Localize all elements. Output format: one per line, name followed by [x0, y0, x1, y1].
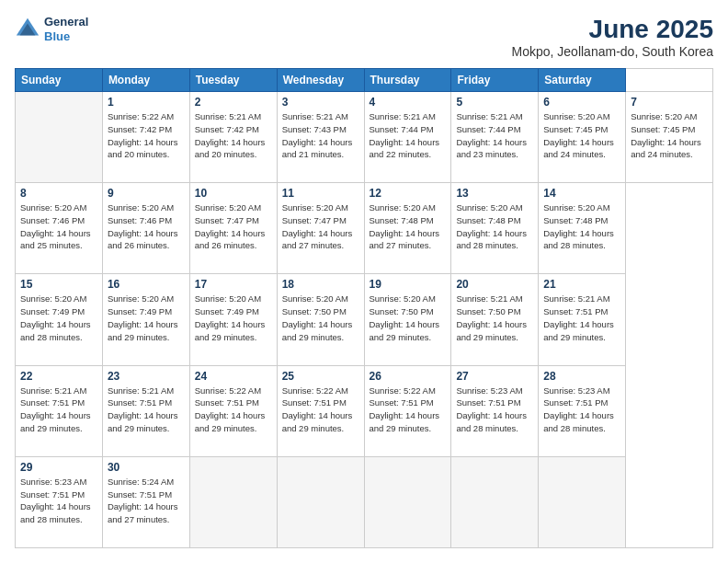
day-number: 20 — [456, 278, 533, 291]
title-block: June 2025 Mokpo, Jeollanam-do, South Kor… — [512, 15, 713, 59]
day-info: Sunrise: 5:21 AMSunset: 7:51 PMDaylight:… — [20, 385, 97, 435]
calendar-cell: 25Sunrise: 5:22 AMSunset: 7:51 PMDayligh… — [277, 365, 364, 456]
calendar-cell: 28Sunrise: 5:23 AMSunset: 7:51 PMDayligh… — [539, 365, 626, 456]
day-number: 13 — [456, 187, 533, 200]
day-number: 29 — [20, 461, 97, 474]
day-number: 5 — [456, 96, 533, 109]
calendar-cell: 11Sunrise: 5:20 AMSunset: 7:47 PMDayligh… — [277, 183, 364, 274]
calendar-header-monday: Monday — [102, 69, 189, 92]
calendar-cell: 21Sunrise: 5:21 AMSunset: 7:51 PMDayligh… — [539, 274, 626, 365]
calendar-cell — [277, 456, 364, 547]
calendar-cell: 2Sunrise: 5:21 AMSunset: 7:42 PMDaylight… — [189, 92, 277, 183]
calendar-cell: 10Sunrise: 5:20 AMSunset: 7:47 PMDayligh… — [189, 183, 277, 274]
day-info: Sunrise: 5:21 AMSunset: 7:44 PMDaylight:… — [370, 110, 447, 161]
day-info: Sunrise: 5:20 AMSunset: 7:49 PMDaylight:… — [20, 293, 97, 343]
day-number: 14 — [543, 187, 620, 200]
calendar-header-friday: Friday — [451, 69, 539, 92]
day-number: 28 — [543, 370, 620, 383]
day-info: Sunrise: 5:22 AMSunset: 7:51 PMDaylight:… — [370, 385, 447, 435]
calendar-cell: 22Sunrise: 5:21 AMSunset: 7:51 PMDayligh… — [16, 365, 103, 456]
calendar-cell: 6Sunrise: 5:20 AMSunset: 7:45 PMDaylight… — [539, 92, 626, 183]
day-info: Sunrise: 5:20 AMSunset: 7:50 PMDaylight:… — [282, 293, 359, 343]
calendar-cell — [539, 456, 626, 547]
day-info: Sunrise: 5:20 AMSunset: 7:50 PMDaylight:… — [370, 293, 447, 343]
day-info: Sunrise: 5:20 AMSunset: 7:45 PMDaylight:… — [631, 110, 708, 161]
day-info: Sunrise: 5:20 AMSunset: 7:45 PMDaylight:… — [543, 110, 620, 161]
day-info: Sunrise: 5:20 AMSunset: 7:47 PMDaylight:… — [195, 201, 272, 252]
calendar-cell: 18Sunrise: 5:20 AMSunset: 7:50 PMDayligh… — [277, 274, 364, 365]
calendar-cell: 30Sunrise: 5:24 AMSunset: 7:51 PMDayligh… — [102, 456, 189, 547]
day-number: 1 — [108, 96, 185, 109]
subtitle: Mokpo, Jeollanam-do, South Korea — [512, 44, 713, 59]
day-number: 21 — [543, 278, 620, 291]
day-info: Sunrise: 5:20 AMSunset: 7:49 PMDaylight:… — [108, 293, 185, 343]
calendar-cell: 14Sunrise: 5:20 AMSunset: 7:48 PMDayligh… — [539, 183, 626, 274]
calendar-week-4: 22Sunrise: 5:21 AMSunset: 7:51 PMDayligh… — [16, 365, 713, 456]
day-info: Sunrise: 5:20 AMSunset: 7:46 PMDaylight:… — [108, 201, 185, 252]
day-number: 9 — [108, 187, 185, 200]
day-info: Sunrise: 5:21 AMSunset: 7:51 PMDaylight:… — [543, 293, 620, 343]
day-number: 7 — [631, 96, 708, 109]
calendar-cell: 26Sunrise: 5:22 AMSunset: 7:51 PMDayligh… — [364, 365, 451, 456]
calendar-cell — [364, 456, 451, 547]
day-number: 15 — [20, 278, 97, 291]
day-info: Sunrise: 5:20 AMSunset: 7:48 PMDaylight:… — [370, 201, 447, 252]
logo-text: General Blue — [44, 15, 88, 43]
day-info: Sunrise: 5:20 AMSunset: 7:47 PMDaylight:… — [282, 201, 359, 252]
calendar-cell: 15Sunrise: 5:20 AMSunset: 7:49 PMDayligh… — [16, 274, 103, 365]
calendar-week-3: 15Sunrise: 5:20 AMSunset: 7:49 PMDayligh… — [16, 274, 713, 365]
calendar-cell: 12Sunrise: 5:20 AMSunset: 7:48 PMDayligh… — [364, 183, 451, 274]
day-number: 26 — [370, 370, 447, 383]
day-info: Sunrise: 5:23 AMSunset: 7:51 PMDaylight:… — [20, 476, 97, 526]
day-info: Sunrise: 5:21 AMSunset: 7:44 PMDaylight:… — [456, 110, 533, 161]
day-number: 16 — [108, 278, 185, 291]
calendar-cell — [189, 456, 277, 547]
day-number: 17 — [195, 278, 272, 291]
day-info: Sunrise: 5:22 AMSunset: 7:42 PMDaylight:… — [108, 110, 185, 161]
day-number: 23 — [108, 370, 185, 383]
calendar-cell: 27Sunrise: 5:23 AMSunset: 7:51 PMDayligh… — [451, 365, 539, 456]
day-info: Sunrise: 5:21 AMSunset: 7:51 PMDaylight:… — [108, 385, 185, 435]
page: General Blue June 2025 Mokpo, Jeollanam-… — [0, 0, 728, 563]
calendar-cell: 5Sunrise: 5:21 AMSunset: 7:44 PMDaylight… — [451, 92, 539, 183]
day-info: Sunrise: 5:21 AMSunset: 7:42 PMDaylight:… — [195, 110, 272, 161]
day-number: 25 — [282, 370, 359, 383]
calendar-cell — [451, 456, 539, 547]
calendar-header-tuesday: Tuesday — [189, 69, 277, 92]
calendar-week-5: 29Sunrise: 5:23 AMSunset: 7:51 PMDayligh… — [16, 456, 713, 547]
day-info: Sunrise: 5:20 AMSunset: 7:48 PMDaylight:… — [456, 201, 533, 252]
day-info: Sunrise: 5:23 AMSunset: 7:51 PMDaylight:… — [543, 385, 620, 435]
calendar-cell: 13Sunrise: 5:20 AMSunset: 7:48 PMDayligh… — [451, 183, 539, 274]
day-number: 27 — [456, 370, 533, 383]
day-number: 3 — [282, 96, 359, 109]
day-number: 19 — [370, 278, 447, 291]
calendar-header-sunday: Sunday — [16, 69, 103, 92]
day-info: Sunrise: 5:20 AMSunset: 7:46 PMDaylight:… — [20, 201, 97, 252]
calendar-header-saturday: Saturday — [539, 69, 626, 92]
day-info: Sunrise: 5:24 AMSunset: 7:51 PMDaylight:… — [108, 476, 185, 526]
header: General Blue June 2025 Mokpo, Jeollanam-… — [15, 15, 713, 59]
calendar-header-row: SundayMondayTuesdayWednesdayThursdayFrid… — [16, 69, 713, 92]
day-number: 24 — [195, 370, 272, 383]
day-number: 6 — [543, 96, 620, 109]
logo-icon — [15, 17, 40, 42]
day-number: 10 — [195, 187, 272, 200]
day-info: Sunrise: 5:20 AMSunset: 7:49 PMDaylight:… — [195, 293, 272, 343]
calendar-cell: 7Sunrise: 5:20 AMSunset: 7:45 PMDaylight… — [626, 92, 713, 183]
calendar-cell: 29Sunrise: 5:23 AMSunset: 7:51 PMDayligh… — [16, 456, 103, 547]
calendar-cell: 3Sunrise: 5:21 AMSunset: 7:43 PMDaylight… — [277, 92, 364, 183]
day-info: Sunrise: 5:21 AMSunset: 7:50 PMDaylight:… — [456, 293, 533, 343]
day-info: Sunrise: 5:21 AMSunset: 7:43 PMDaylight:… — [282, 110, 359, 161]
calendar-week-2: 8Sunrise: 5:20 AMSunset: 7:46 PMDaylight… — [16, 183, 713, 274]
day-info: Sunrise: 5:22 AMSunset: 7:51 PMDaylight:… — [195, 385, 272, 435]
calendar-header-wednesday: Wednesday — [277, 69, 364, 92]
calendar-cell — [16, 92, 103, 183]
calendar-cell: 23Sunrise: 5:21 AMSunset: 7:51 PMDayligh… — [102, 365, 189, 456]
day-number: 12 — [370, 187, 447, 200]
calendar-cell: 8Sunrise: 5:20 AMSunset: 7:46 PMDaylight… — [16, 183, 103, 274]
calendar-cell: 19Sunrise: 5:20 AMSunset: 7:50 PMDayligh… — [364, 274, 451, 365]
calendar-cell: 16Sunrise: 5:20 AMSunset: 7:49 PMDayligh… — [102, 274, 189, 365]
calendar-cell: 20Sunrise: 5:21 AMSunset: 7:50 PMDayligh… — [451, 274, 539, 365]
calendar-cell: 1Sunrise: 5:22 AMSunset: 7:42 PMDaylight… — [102, 92, 189, 183]
day-info: Sunrise: 5:23 AMSunset: 7:51 PMDaylight:… — [456, 385, 533, 435]
